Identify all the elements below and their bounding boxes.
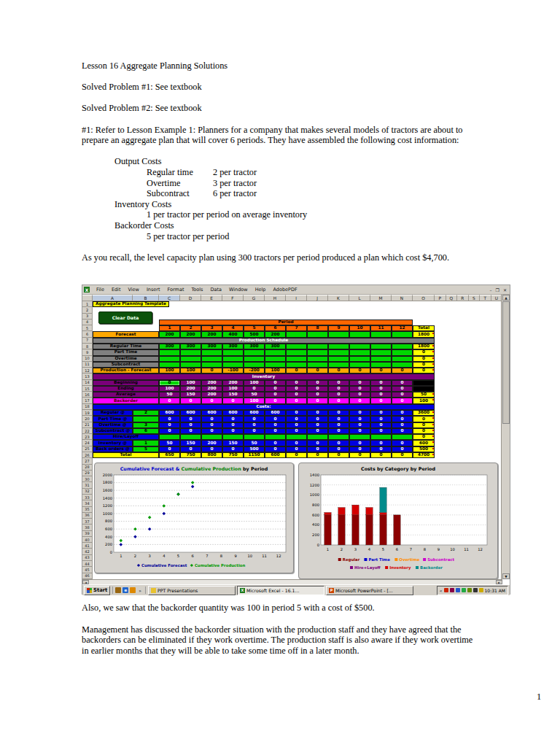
data-cell[interactable]: 0 [392,368,413,374]
row-label[interactable]: Forecast [93,331,159,337]
row-header-16[interactable]: 16 [82,392,93,398]
data-cell[interactable] [349,362,370,368]
rate-cell[interactable]: 5 [133,446,159,452]
data-cell[interactable]: 0 [349,392,370,398]
column-header-F[interactable]: F [222,295,244,301]
data-cell[interactable]: 0 [349,452,370,458]
row-header-6[interactable]: 6 [82,331,93,337]
data-cell[interactable]: 0 [159,446,180,452]
data-cell[interactable]: 300 [244,344,265,349]
data-cell[interactable]: 0 [392,446,413,452]
data-cell[interactable]: 0 [392,380,413,386]
data-cell[interactable] [265,434,286,440]
data-cell[interactable]: 800 [201,452,222,458]
data-cell[interactable]: 200 [201,392,222,398]
data-cell[interactable] [286,331,307,337]
data-cell[interactable] [349,349,370,355]
row-header-40[interactable]: 40 [82,537,93,543]
data-cell[interactable]: 0 [201,422,222,428]
data-cell[interactable]: 200 [201,440,222,446]
data-cell[interactable]: 0 [201,368,222,374]
total-cell[interactable]: 0 [413,428,435,434]
data-cell[interactable]: 0 [244,416,265,422]
column-header-H[interactable]: H [265,295,286,301]
column-header-P[interactable]: P [435,295,446,301]
data-cell[interactable]: 0 [392,410,413,416]
ie-icon[interactable]: e [122,587,128,593]
data-cell[interactable] [180,356,201,362]
rate-cell[interactable]: 1 [133,440,159,446]
data-cell[interactable] [392,434,413,440]
total-cell[interactable]: 4700 [413,452,435,458]
period-number-7[interactable]: 7 [286,325,307,331]
period-number-3[interactable]: 3 [201,325,222,331]
row-header-29[interactable]: 29 [82,471,93,476]
period-number-12[interactable]: 12 [392,325,413,331]
data-cell[interactable]: 0 [349,446,370,452]
data-cell[interactable]: 0 [159,422,180,428]
row-label[interactable]: Overtime @ [93,422,133,428]
data-cell[interactable]: 0 [392,398,413,403]
data-cell[interactable]: 300 [265,344,286,349]
data-cell[interactable]: 600 [222,410,244,416]
rate-cell[interactable]: 6 [133,428,159,434]
menu-item-data[interactable]: Data [207,287,226,293]
data-cell[interactable]: 0 [265,380,286,386]
data-cell[interactable]: 200 [201,331,222,337]
start-button[interactable]: Start [84,586,110,595]
row-header-36[interactable]: 36 [82,513,93,519]
data-cell[interactable] [286,434,307,440]
row-label[interactable]: Regular @ [93,410,133,416]
data-cell[interactable]: 0 [159,398,180,403]
menu-item-adobepdf[interactable]: AdobePDF [270,287,301,293]
data-cell[interactable] [159,362,180,368]
data-cell[interactable]: 650 [159,452,180,458]
period-number-8[interactable]: 8 [307,325,328,331]
data-cell[interactable]: 500 [244,446,265,452]
data-cell[interactable]: 0 [349,398,370,403]
column-header-E[interactable]: E [201,295,222,301]
period-number-11[interactable]: 11 [370,325,392,331]
data-cell[interactable]: 0 [222,416,244,422]
row-header-32[interactable]: 32 [82,489,93,495]
data-cell[interactable] [222,356,244,362]
data-cell[interactable] [265,349,286,355]
data-cell[interactable]: 0 [180,422,201,428]
data-cell[interactable] [286,362,307,368]
total-cell[interactable]: 600 [413,440,435,446]
data-cell[interactable]: 0 [307,410,328,416]
data-cell[interactable] [328,356,349,362]
data-cell[interactable]: 0 [201,428,222,434]
data-cell[interactable]: 0 [328,392,349,398]
data-cell[interactable]: 0 [307,392,328,398]
total-cell[interactable]: 100 [413,398,435,403]
column-header-D[interactable]: D [180,295,201,301]
rate-cell[interactable] [133,416,159,422]
menu-item-insert[interactable]: Insert [143,287,164,293]
data-cell[interactable]: 100 [222,386,244,392]
data-cell[interactable]: -100 [222,368,244,374]
row-header-42[interactable]: 42 [82,549,93,554]
restore-icon[interactable]: ❐ [496,287,499,293]
total-cell[interactable]: 0 [413,416,435,422]
row-header-10[interactable]: 10 [82,356,93,362]
data-cell[interactable]: 0 [201,416,222,422]
data-cell[interactable] [222,434,244,440]
tray-icon-3[interactable] [462,588,466,592]
column-header-A[interactable]: A [93,295,133,301]
data-cell[interactable]: 400 [222,331,244,337]
data-cell[interactable]: 0 [265,428,286,434]
data-cell[interactable]: 0 [370,368,392,374]
tray-chevron[interactable]: « [440,588,443,593]
corner-header[interactable] [82,295,93,301]
total-header[interactable]: Total [413,325,435,331]
data-cell[interactable]: 0 [349,380,370,386]
data-cell[interactable]: 0 [392,428,413,434]
data-cell[interactable]: 0 [222,422,244,428]
data-cell[interactable]: 0 [328,428,349,434]
data-cell[interactable]: 600 [159,410,180,416]
data-cell[interactable] [180,349,201,355]
data-cell[interactable]: 750 [222,452,244,458]
row-header-33[interactable]: 33 [82,495,93,500]
task-button[interactable]: PMicrosoft PowerPoint - [... [326,586,413,595]
